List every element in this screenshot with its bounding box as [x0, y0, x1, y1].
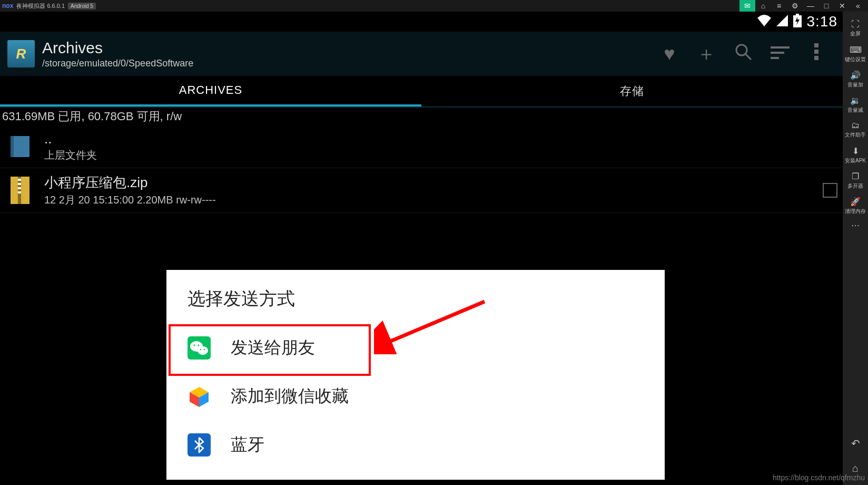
svg-rect-9 [814, 56, 818, 60]
overflow-icon [814, 42, 820, 66]
row-meta: 上层文件夹 [44, 148, 97, 162]
svg-rect-11 [14, 136, 29, 157]
app-title: Archives [42, 39, 193, 57]
maximize-button[interactable]: □ [818, 0, 834, 12]
wifi-icon [757, 15, 771, 28]
opt-label: 添加到微信收藏 [231, 385, 349, 408]
watermark-text: https://blog.csdn.net/qfmzhu [773, 473, 865, 482]
mail-icon[interactable]: ✉ [739, 0, 755, 12]
sort-icon [771, 43, 790, 65]
share-opt-wechat-favorite[interactable]: 添加到微信收藏 [166, 372, 665, 421]
add-button[interactable]: ＋ [688, 35, 725, 72]
plus-icon: ＋ [697, 41, 716, 67]
tool-clear-memory[interactable]: 🚀清理内存 [843, 193, 868, 218]
emulator-side-toolbar: ⛶全屏 ⌨键位设置 🔊音量加 🔉音量减 🗂文件助手 ⬇安装APK ❐多开器 🚀清… [843, 12, 868, 485]
svg-rect-17 [18, 191, 21, 193]
emulator-titlebar: nox 夜神模拟器 6.6.0.1 Android 5 ✉ ⌂ ≡ ⚙ — □ … [0, 0, 868, 12]
svg-rect-15 [18, 183, 21, 185]
share-dialog: 选择发送方式 发送给朋友 添加到微信收藏 蓝牙 [166, 270, 665, 480]
app-icon[interactable]: R [7, 40, 35, 67]
more-icon[interactable]: ⋯ [851, 220, 860, 230]
tab-archives[interactable]: ARCHIVES [0, 76, 421, 106]
svg-point-20 [193, 344, 195, 346]
tool-keymap[interactable]: ⌨键位设置 [843, 41, 868, 66]
download-icon: ⬇ [852, 146, 859, 156]
tool-multi-instance[interactable]: ❐多开器 [843, 168, 868, 193]
sort-button[interactable] [762, 35, 798, 72]
tab-storage[interactable]: 存储 [421, 76, 843, 106]
app-bar: R Archives /storage/emulated/0/SpeedSoft… [0, 32, 843, 76]
svg-rect-14 [18, 179, 21, 181]
svg-point-19 [198, 346, 208, 355]
row-meta: 12 2月 20 15:15:00 2.20MB rw-rw---- [44, 193, 216, 207]
tool-file-helper[interactable]: 🗂文件助手 [843, 117, 868, 142]
svg-rect-5 [771, 52, 784, 54]
tool-volume-down[interactable]: 🔉音量减 [843, 92, 868, 117]
cube-icon [188, 385, 211, 408]
opt-label: 蓝牙 [231, 433, 264, 457]
keyboard-icon: ⌨ [850, 45, 862, 55]
dialog-title: 选择发送方式 [166, 287, 665, 324]
android-back-button[interactable]: ↶ [851, 437, 860, 450]
volume-down-icon: 🔉 [850, 95, 861, 105]
tool-install-apk[interactable]: ⬇安装APK [843, 142, 868, 168]
file-icon: 🗂 [851, 121, 860, 130]
svg-rect-8 [814, 50, 818, 54]
clock-text: 3:18 [807, 13, 838, 30]
favorite-button[interactable]: ♥ [651, 35, 688, 72]
wechat-icon [188, 336, 211, 360]
svg-rect-7 [814, 43, 818, 47]
status-bar: 3:18 [0, 12, 843, 32]
app-path: /storage/emulated/0/SpeedSoftware [42, 58, 193, 69]
row-checkbox[interactable] [823, 183, 837, 198]
volume-up-icon: 🔊 [850, 70, 861, 80]
search-icon [734, 42, 753, 66]
close-button[interactable]: ✕ [834, 0, 850, 12]
battery-icon [793, 14, 802, 30]
folder-icon [5, 132, 35, 161]
svg-point-21 [198, 344, 199, 346]
svg-rect-6 [771, 57, 779, 59]
svg-point-2 [736, 45, 747, 55]
multi-icon: ❐ [852, 171, 859, 181]
tool-fullscreen[interactable]: ⛶全屏 [843, 16, 868, 41]
svg-line-3 [746, 54, 751, 60]
rocket-icon: 🚀 [850, 197, 861, 207]
svg-point-23 [204, 349, 205, 351]
minimize-button[interactable]: — [803, 0, 818, 12]
parent-folder-row[interactable]: .. 上层文件夹 [0, 125, 843, 168]
home-icon[interactable]: ⌂ [755, 0, 771, 12]
zip-icon [5, 176, 35, 205]
row-name: .. [44, 131, 97, 147]
svg-point-22 [200, 349, 202, 351]
share-opt-bluetooth[interactable]: 蓝牙 [166, 421, 665, 469]
heart-icon: ♥ [664, 43, 675, 65]
nox-logo: nox [2, 2, 13, 9]
signal-icon [776, 15, 788, 28]
android-home-button[interactable]: ⌂ [852, 462, 859, 474]
storage-info-text: 631.69MB 已用, 60.78GB 可用, r/w [0, 108, 843, 125]
emulator-title: 夜神模拟器 6.6.0.1 [16, 2, 65, 10]
android-screen: 3:18 R Archives /storage/emulated/0/Spee… [0, 12, 843, 485]
settings-icon[interactable]: ⚙ [787, 0, 803, 12]
opt-label: 发送给朋友 [231, 336, 315, 360]
menu-icon[interactable]: ≡ [771, 0, 787, 12]
svg-rect-16 [18, 187, 21, 189]
tab-bar: ARCHIVES 存储 [0, 76, 843, 108]
overflow-button[interactable] [798, 35, 835, 72]
svg-rect-4 [771, 46, 790, 48]
fullscreen-icon: ⛶ [851, 20, 860, 29]
android-badge: Android 5 [68, 3, 96, 9]
file-row[interactable]: 小程序压缩包.zip 12 2月 20 15:15:00 2.20MB rw-r… [0, 168, 843, 213]
collapse-button[interactable]: « [850, 0, 866, 12]
row-name: 小程序压缩包.zip [44, 173, 216, 192]
tool-volume-up[interactable]: 🔊音量加 [843, 66, 868, 92]
search-button[interactable] [725, 35, 762, 72]
svg-rect-0 [796, 14, 799, 15]
share-opt-wechat-friend[interactable]: 发送给朋友 [166, 324, 665, 372]
bluetooth-icon [188, 433, 211, 457]
